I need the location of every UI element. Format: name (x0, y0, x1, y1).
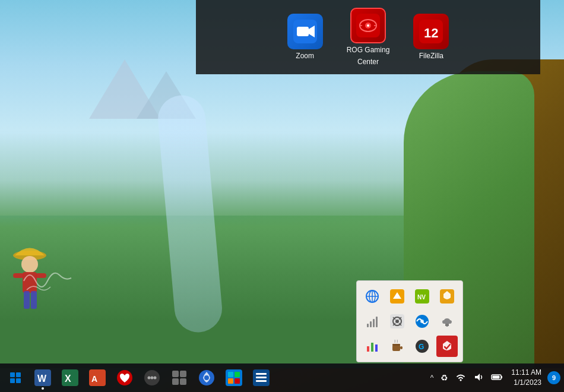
rog-icon (350, 8, 386, 43)
svg-rect-50 (16, 372, 21, 377)
svg-rect-70 (226, 369, 242, 386)
svg-point-69 (204, 375, 209, 380)
svg-rect-52 (16, 378, 21, 383)
svg-marker-80 (475, 374, 480, 381)
tray-icon-nvidia[interactable]: NV (411, 286, 433, 307)
svg-point-13 (367, 24, 369, 27)
svg-rect-73 (228, 378, 233, 384)
tray-icon-chart[interactable] (362, 336, 383, 357)
svg-rect-43 (392, 345, 400, 351)
tray-wifi[interactable] (453, 371, 468, 385)
svg-point-79 (460, 379, 462, 381)
svg-rect-8 (297, 27, 309, 36)
svg-rect-74 (235, 378, 240, 384)
svg-rect-72 (235, 372, 240, 377)
word-active-dot (42, 387, 44, 390)
app-item-rog[interactable]: ROG Gaming Center (347, 8, 390, 67)
svg-rect-30 (376, 317, 378, 327)
svg-point-61 (148, 377, 151, 380)
taskbar-taskview[interactable] (166, 365, 192, 391)
tray-popup: NV (356, 280, 463, 362)
svg-point-39 (420, 320, 424, 323)
zoom-label: Zoom (296, 52, 314, 61)
tray-icon-vpn[interactable] (436, 286, 458, 307)
svg-text:G: G (419, 343, 424, 351)
svg-rect-66 (172, 378, 179, 385)
svg-text:12: 12 (424, 26, 438, 40)
taskbar-left: W X A (0, 365, 274, 391)
taskbar-excel[interactable]: X (57, 365, 83, 391)
app-item-filezilla[interactable]: 12 FileZilla (413, 14, 449, 61)
tray-icon-avast[interactable] (436, 336, 458, 357)
system-tray-icons: ^ ♻ (428, 371, 506, 385)
taskbar-powerpoint[interactable]: A (84, 365, 110, 391)
tray-icon-coffee[interactable] (386, 336, 408, 357)
svg-rect-64 (172, 371, 179, 377)
tray-icon-arrow-up[interactable] (386, 286, 408, 307)
taskbar: W X A (0, 363, 564, 392)
tray-volume[interactable] (471, 371, 486, 385)
svg-rect-45 (392, 344, 400, 346)
svg-point-63 (154, 377, 157, 380)
tray-icon-globe[interactable] (362, 286, 383, 307)
clock-date: 1/1/2023 (514, 378, 541, 388)
tray-icon-cloud[interactable] (436, 311, 458, 332)
svg-rect-82 (501, 376, 502, 378)
svg-rect-27 (367, 324, 369, 327)
svg-rect-71 (228, 372, 233, 377)
svg-point-33 (395, 320, 399, 323)
svg-rect-51 (10, 378, 15, 383)
svg-rect-40 (367, 346, 369, 352)
svg-rect-78 (256, 380, 267, 382)
artist-signature (18, 263, 77, 303)
svg-rect-76 (256, 373, 267, 375)
rog-label-line1: ROG Gaming (347, 46, 390, 55)
tray-icon-crosshair[interactable] (386, 311, 408, 332)
rog-label-line2: Center (357, 58, 379, 67)
taskbar-antivirus[interactable] (112, 365, 138, 391)
app-item-zoom[interactable]: Zoom (287, 14, 323, 61)
zoom-icon (287, 14, 323, 49)
taskbar-settings[interactable] (248, 365, 274, 391)
svg-text:NV: NV (417, 294, 426, 301)
taskbar-word[interactable]: W (30, 365, 56, 391)
svg-rect-67 (180, 378, 186, 385)
start-button[interactable] (2, 365, 28, 391)
clock-area[interactable]: 11:11 AM 1/1/2023 (509, 368, 544, 388)
tray-icon-wifi-bars[interactable] (362, 311, 383, 332)
taskbar-right: ^ ♻ (428, 368, 564, 388)
svg-rect-83 (493, 375, 500, 378)
svg-rect-42 (375, 344, 378, 352)
svg-rect-28 (370, 321, 372, 327)
tray-battery[interactable] (489, 371, 505, 385)
svg-rect-77 (256, 377, 267, 378)
taskbar-store[interactable] (221, 365, 247, 391)
filezilla-icon: 12 (413, 14, 449, 49)
filezilla-label: FileZilla (419, 52, 443, 61)
svg-point-62 (151, 377, 154, 380)
svg-text:W: W (37, 374, 47, 384)
taskbar-misc-app[interactable] (139, 365, 165, 391)
tray-icon-browser[interactable] (411, 311, 433, 332)
svg-rect-29 (373, 319, 375, 327)
clock-time: 11:11 AM (511, 368, 541, 378)
taskbar-kali-linux[interactable] (194, 365, 220, 391)
tray-chevron[interactable]: ^ (428, 372, 436, 383)
notification-badge[interactable]: 9 (547, 371, 560, 384)
svg-rect-49 (10, 372, 15, 377)
svg-rect-41 (371, 343, 373, 352)
svg-rect-44 (400, 346, 403, 349)
svg-text:X: X (65, 374, 71, 384)
svg-text:A: A (91, 374, 97, 384)
tray-icon-g-hub[interactable]: G (411, 336, 433, 357)
tray-recycle[interactable]: ♻ (438, 372, 451, 384)
svg-rect-65 (180, 371, 186, 377)
app-grid-popup: Zoom ROG Gaming Center 12 (196, 0, 540, 74)
